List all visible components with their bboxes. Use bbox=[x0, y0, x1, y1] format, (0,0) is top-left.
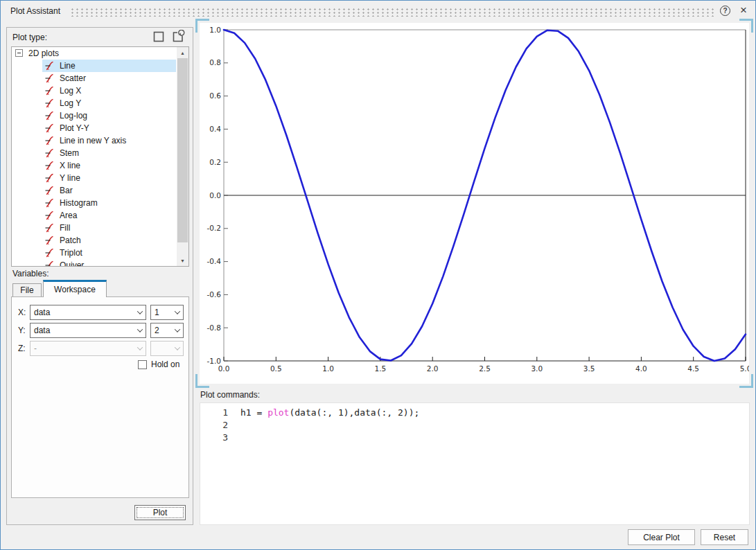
svg-text:0.8: 0.8 bbox=[209, 58, 221, 66]
plot-glyph-icon bbox=[44, 148, 55, 158]
plot-glyph-icon bbox=[44, 186, 55, 195]
clear-plot-button[interactable]: Clear Plot bbox=[628, 529, 695, 545]
line-plot-svg: 0.00.51.01.52.02.53.03.54.04.55.01.00.80… bbox=[200, 23, 749, 384]
close-icon[interactable]: × bbox=[740, 3, 747, 17]
z-axis-row: Z:- bbox=[12, 341, 188, 356]
svg-text:0.0: 0.0 bbox=[209, 191, 221, 199]
hold-on-checkbox[interactable] bbox=[138, 360, 147, 369]
x-axis-label: X: bbox=[18, 308, 26, 317]
tree-item-scatter[interactable]: Scatter bbox=[12, 72, 177, 85]
tree-item-histogram[interactable]: Histogram bbox=[12, 197, 177, 209]
plot-glyph-icon bbox=[44, 123, 55, 133]
plot-commands-label: Plot commands: bbox=[200, 390, 260, 400]
tab-workspace[interactable]: Workspace bbox=[43, 280, 107, 297]
scroll-up-icon[interactable]: ▲ bbox=[177, 47, 188, 58]
plot-canvas[interactable]: 0.00.51.01.52.02.53.03.54.04.55.01.00.80… bbox=[200, 23, 749, 384]
scrollbar-thumb[interactable] bbox=[177, 58, 188, 242]
tree-scrollbar[interactable]: ▲ ▼ bbox=[177, 47, 188, 266]
hold-on-option[interactable]: Hold on bbox=[138, 360, 179, 369]
collapse-minus-icon[interactable] bbox=[15, 49, 23, 57]
y-axis-row: Y:data2 bbox=[12, 323, 188, 338]
plot-type-tree-items: LineScatterLog XLog YLog-logPlot Y-YLine… bbox=[12, 60, 177, 267]
plot-type-label: Plot type: bbox=[12, 33, 47, 42]
tree-item-log-y[interactable]: Log Y bbox=[12, 97, 177, 109]
svg-text:1.5: 1.5 bbox=[375, 364, 387, 373]
titlebar-drag-handle-dots[interactable] bbox=[70, 8, 714, 17]
tree-root-2d-plots[interactable]: 2D plots bbox=[12, 47, 177, 60]
svg-text:0.5: 0.5 bbox=[270, 364, 282, 373]
reuse-figure-button[interactable] bbox=[170, 30, 185, 45]
chevron-down-icon bbox=[171, 305, 183, 319]
svg-text:0.6: 0.6 bbox=[209, 91, 221, 100]
new-figure-button[interactable] bbox=[151, 30, 166, 45]
tree-item-line-in-new-y-axis[interactable]: Line in new Y axis bbox=[12, 134, 177, 147]
code-line-2[interactable]: 2 bbox=[200, 419, 749, 432]
x-variable-combo[interactable]: data bbox=[30, 305, 146, 320]
svg-text:3.5: 3.5 bbox=[583, 364, 595, 373]
tree-item-area[interactable]: Area bbox=[12, 209, 177, 222]
plot-glyph-icon bbox=[44, 136, 55, 145]
svg-text:1.0: 1.0 bbox=[322, 364, 334, 373]
help-icon[interactable]: ? bbox=[720, 6, 730, 16]
y-variable-combo[interactable]: data bbox=[30, 323, 146, 338]
svg-text:2.5: 2.5 bbox=[479, 364, 491, 373]
tree-item-x-line[interactable]: X line bbox=[12, 159, 177, 172]
svg-text:2.0: 2.0 bbox=[427, 364, 439, 373]
z-variable-combo: - bbox=[30, 341, 146, 356]
x-axis-row: X:data1 bbox=[12, 305, 188, 320]
plot-assistant-window: Plot Assistant ? × Plot type: bbox=[0, 0, 756, 550]
svg-text:-0.6: -0.6 bbox=[207, 290, 222, 299]
tree-item-quiver[interactable]: Quiver bbox=[12, 259, 177, 267]
plot-type-tree: 2D plots LineScatterLog XLog YLog-logPlo… bbox=[11, 46, 189, 267]
plot-glyph-icon bbox=[44, 260, 55, 267]
x-column-combo[interactable]: 1 bbox=[150, 305, 184, 320]
plot-glyph-icon bbox=[44, 73, 55, 83]
svg-text:4.5: 4.5 bbox=[687, 364, 699, 373]
tree-item-log-log[interactable]: Log-log bbox=[12, 109, 177, 122]
blank-square-icon bbox=[152, 30, 165, 45]
tree-item-log-x[interactable]: Log X bbox=[12, 85, 177, 97]
tree-item-stem[interactable]: Stem bbox=[12, 147, 177, 159]
plot-glyph-icon bbox=[44, 236, 55, 245]
plot-glyph-icon bbox=[44, 86, 55, 96]
svg-text:-1.0: -1.0 bbox=[207, 357, 222, 365]
svg-text:5.0: 5.0 bbox=[740, 364, 749, 373]
plot-glyph-icon bbox=[44, 161, 55, 170]
tree-item-plot-y-y[interactable]: Plot Y-Y bbox=[12, 122, 177, 134]
variables-label: Variables: bbox=[12, 269, 49, 278]
svg-text:-0.8: -0.8 bbox=[207, 323, 222, 332]
tree-item-fill[interactable]: Fill bbox=[12, 222, 177, 234]
tree-item-y-line[interactable]: Y line bbox=[12, 172, 177, 184]
svg-text:0.4: 0.4 bbox=[209, 125, 221, 133]
plot-glyph-icon bbox=[44, 173, 55, 183]
plot-commands-editor[interactable]: 1h1 = plot(data(:, 1),data(:, 2));23 bbox=[200, 402, 750, 525]
svg-text:-0.4: -0.4 bbox=[207, 257, 222, 265]
plot-glyph-icon bbox=[44, 248, 55, 258]
y-column-combo[interactable]: 2 bbox=[150, 323, 184, 338]
plot-button[interactable]: Plot bbox=[134, 505, 186, 520]
svg-text:4.0: 4.0 bbox=[635, 364, 647, 373]
y-axis-label: Y: bbox=[18, 326, 26, 335]
tree-item-patch[interactable]: Patch bbox=[12, 234, 177, 247]
tree-root-label: 2D plots bbox=[28, 48, 59, 58]
tree-item-triplot[interactable]: Triplot bbox=[12, 247, 177, 259]
plot-glyph-icon bbox=[44, 111, 55, 121]
svg-text:3.0: 3.0 bbox=[531, 364, 543, 373]
scroll-down-icon[interactable]: ▼ bbox=[177, 255, 188, 266]
code-line-3[interactable]: 3 bbox=[200, 432, 749, 444]
svg-text:0.2: 0.2 bbox=[209, 158, 221, 166]
titlebar[interactable]: Plot Assistant ? × bbox=[1, 1, 755, 21]
chevron-down-icon bbox=[134, 305, 146, 319]
tree-item-bar[interactable]: Bar bbox=[12, 184, 177, 197]
workspace-tab-panel: X:data1Y:data2Z:- Hold on bbox=[11, 296, 189, 498]
svg-text:-0.2: -0.2 bbox=[207, 224, 222, 232]
z-axis-label: Z: bbox=[18, 344, 26, 353]
reset-button[interactable]: Reset bbox=[701, 529, 748, 545]
code-line-1[interactable]: 1h1 = plot(data(:, 1),data(:, 2)); bbox=[200, 407, 749, 419]
plot-glyph-icon bbox=[44, 61, 55, 71]
left-panel: Plot type: 2D plots LineScatter bbox=[6, 27, 193, 525]
plot-glyph-icon bbox=[44, 198, 55, 208]
tree-item-line[interactable]: Line bbox=[12, 60, 177, 72]
svg-text:0.0: 0.0 bbox=[218, 364, 230, 373]
tab-file[interactable]: File bbox=[12, 283, 42, 296]
